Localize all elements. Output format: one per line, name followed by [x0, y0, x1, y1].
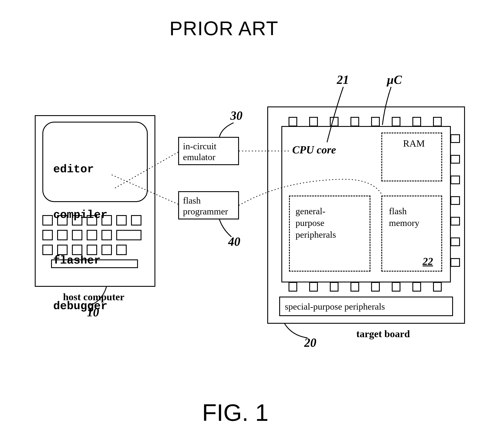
diagram-canvas: PRIOR ART editor compiler flasher debugg… — [0, 0, 493, 448]
figure-label: FIG. 1 — [202, 399, 269, 426]
screen-line-editor: editor — [53, 162, 108, 177]
flash-ref: 22 — [423, 255, 433, 267]
cpu-ref: 21 — [337, 73, 349, 87]
flash-label: flash memory — [389, 205, 419, 229]
keyboard — [42, 215, 141, 268]
emulator-line2: emulator — [183, 152, 234, 163]
sp-label: special-purpose peripherals — [285, 302, 385, 312]
chip-label: µC — [387, 73, 402, 87]
gp-label: general- purpose peripherals — [295, 205, 336, 241]
target-ref: 20 — [304, 336, 316, 350]
emulator-ref: 30 — [230, 109, 243, 123]
prior-art-title: PRIOR ART — [169, 17, 278, 40]
target-label: target board — [356, 328, 410, 340]
programmer-ref: 40 — [228, 235, 240, 248]
emulator-line1: in-circuit — [183, 141, 234, 152]
host-ref: 10 — [87, 305, 99, 319]
programmer-line2: programmer — [183, 206, 234, 217]
ram-label: RAM — [403, 138, 425, 149]
cpu-label: CPU core — [292, 143, 336, 156]
emulator-box: in-circuit emulator — [178, 137, 239, 165]
sp-box: special-purpose peripherals — [279, 297, 453, 316]
programmer-line1: flash — [183, 195, 234, 206]
host-label: host computer — [63, 291, 124, 303]
programmer-box: flash programmer — [178, 191, 239, 219]
